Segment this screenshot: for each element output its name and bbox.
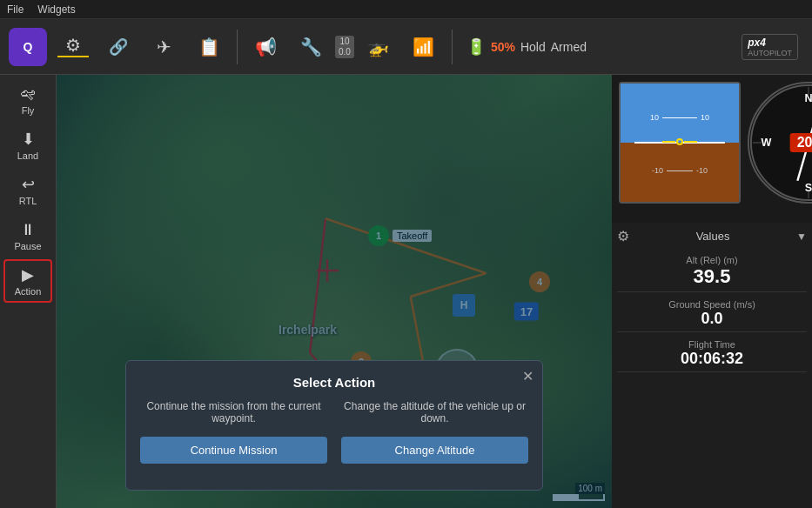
compass: N E S W 206 [748, 82, 812, 204]
menu-bar: File Widgets [0, 0, 812, 19]
alt-label: Alt (Rel) (m) [686, 255, 737, 265]
land-icon: ⬇ [22, 130, 35, 149]
px4-logo-text: px4 AUTOPILOT [742, 34, 798, 60]
telemetry-time-row: Flight Time 00:06:32 [617, 336, 807, 372]
toolbar-settings[interactable]: ⚙ [52, 24, 94, 70]
altitude-option-text: Change the altitude of the vehicle up or… [341, 400, 528, 428]
continue-option-text: Continue the mission from the current wa… [140, 400, 327, 428]
sidebar: 🛩 Fly ⬇ Land ↩ RTL ⏸ Pause ▶ Action [0, 75, 57, 508]
toolbar-plan[interactable]: 📋 [188, 24, 230, 70]
land-label: Land [17, 150, 38, 161]
compass-heading-value: 206 [790, 133, 812, 152]
speed-value: 0.0 [701, 310, 722, 328]
dialog-overlay: Select Action ✕ Continue the mission fro… [57, 75, 612, 508]
battery-value: 50% [491, 40, 515, 54]
att-ground [621, 143, 739, 202]
continue-mission-button[interactable]: Continue Mission [140, 437, 327, 464]
telemetry-dropdown-arrow[interactable]: ▼ [796, 231, 807, 243]
sidebar-land-btn[interactable]: ⬇ Land [3, 124, 52, 167]
toolbar-wrench[interactable]: 🔧 [290, 24, 332, 70]
telemetry-altitude-row: Alt (Rel) (m) 39.5 [617, 251, 807, 292]
toolbar-vehicle[interactable]: 🔗 [97, 24, 139, 70]
toolbar-count-badge[interactable]: 10 0.0 [335, 36, 354, 58]
sidebar-rtl-btn[interactable]: ↩ RTL [3, 169, 52, 212]
sidebar-action-btn[interactable]: ▶ Action [3, 259, 52, 303]
telemetry-header: ⚙ Values ▼ [617, 228, 807, 244]
pause-label: Pause [14, 241, 41, 251]
toolbar: Q ⚙ 🔗 ✈ 📋 📢 🔧 10 0.0 🚁 📶 🔋 50% Hold Arme… [0, 19, 812, 75]
fly-label: Fly [22, 105, 35, 116]
count-bottom: 0.0 [339, 47, 351, 57]
dialog-close-button[interactable]: ✕ [522, 368, 534, 384]
speed-label: Ground Speed (m/s) [668, 299, 755, 310]
change-altitude-button[interactable]: Change Altitude [341, 437, 528, 464]
main-content: 🛩 Fly ⬇ Land ↩ RTL ⏸ Pause ▶ Action [0, 75, 812, 508]
toolbar-alerts[interactable]: 📢 [245, 24, 286, 70]
att-sky [621, 84, 739, 143]
toolbar-drone[interactable]: 🚁 [358, 24, 399, 70]
dialog-title: Select Action [140, 375, 528, 390]
time-label: Flight Time [688, 339, 735, 350]
status-armed: Armed [551, 40, 587, 54]
right-panel: 10 10 -10 -10 [612, 75, 812, 508]
dialog-options: Continue the mission from the current wa… [140, 400, 528, 464]
compass-wrapper: N E S W 206 [748, 82, 812, 204]
menu-file[interactable]: File [7, 3, 23, 16]
pause-icon: ⏸ [20, 221, 36, 239]
app-logo: Q [9, 28, 47, 66]
battery-icon: 🔋 [466, 37, 486, 57]
action-icon: ▶ [22, 265, 34, 284]
instruments: 10 10 -10 -10 [612, 75, 812, 223]
dialog-option-altitude: Change the altitude of the vehicle up or… [341, 400, 528, 464]
telemetry-speed-row: Ground Speed (m/s) 0.0 [617, 296, 807, 332]
wrench-icon: 🔧 [300, 38, 322, 56]
vehicle-icon: 🔗 [109, 39, 128, 55]
toolbar-logo[interactable]: Q [7, 24, 49, 70]
status-hold: Hold [520, 40, 546, 54]
count-top: 10 [339, 37, 349, 47]
alerts-icon: 📢 [255, 38, 277, 56]
toolbar-fly[interactable]: ✈ [143, 24, 185, 70]
action-label: Action [15, 286, 42, 297]
plan-icon: 📋 [198, 38, 220, 56]
svg-text:S: S [805, 182, 812, 194]
fly-icon: ✈ [157, 38, 171, 56]
telemetry-title: Values [634, 230, 791, 243]
time-value: 00:06:32 [681, 350, 743, 368]
telemetry-settings-icon[interactable]: ⚙ [617, 228, 629, 244]
rtl-icon: ↩ [22, 175, 35, 194]
attitude-indicator-wrapper: 10 10 -10 -10 [619, 82, 741, 216]
select-action-dialog: Select Action ✕ Continue the mission fro… [125, 360, 543, 491]
sidebar-pause-btn[interactable]: ⏸ Pause [3, 214, 52, 257]
alt-value: 39.5 [694, 265, 731, 288]
toolbar-signal[interactable]: 📶 [403, 24, 445, 70]
svg-text:W: W [761, 137, 771, 149]
divider-2 [452, 30, 453, 64]
gear-icon: ⚙ [65, 37, 81, 54]
drone-icon: 🚁 [367, 38, 389, 56]
menu-widgets[interactable]: Widgets [37, 3, 75, 16]
telemetry-panel: ⚙ Values ▼ Alt (Rel) (m) 39.5 Ground Spe… [612, 223, 812, 508]
px4-logo: px4 AUTOPILOT [742, 34, 798, 60]
dialog-option-continue: Continue the mission from the current wa… [140, 400, 327, 464]
svg-text:N: N [804, 92, 812, 104]
map-view[interactable]: Irchelpark 2 1 Takeoff 2 3 4 H 17 G Goto… [57, 75, 612, 508]
attitude-indicator: 10 10 -10 -10 [619, 82, 741, 204]
signal-icon: 📶 [413, 38, 434, 56]
settings-underline [57, 56, 89, 57]
divider-1 [237, 30, 238, 64]
sidebar-fly-btn[interactable]: 🛩 Fly [3, 78, 52, 122]
fly-icon: 🛩 [20, 85, 36, 104]
rtl-label: RTL [19, 196, 37, 206]
toolbar-status: 🔋 50% Hold Armed [466, 37, 587, 57]
